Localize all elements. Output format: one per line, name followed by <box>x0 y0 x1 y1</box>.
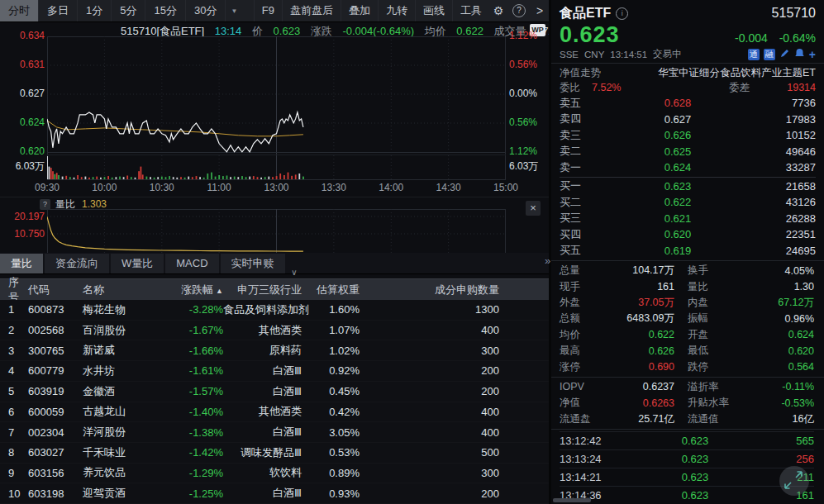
stat-label: 总量 <box>560 264 607 278</box>
ask-level-5[interactable]: 卖一0.62433287 <box>560 159 816 176</box>
toolbar-action-f9[interactable]: F9 <box>254 0 282 21</box>
help-icon[interactable]: ? <box>512 4 526 17</box>
bell-icon[interactable] <box>794 48 805 60</box>
quote-statistics: 总量104.17万换手4.05%现手161量比1.30外盘37.05万内盘67.… <box>551 263 824 430</box>
cell-code: 603156 <box>28 467 83 479</box>
y-axis-right-label: 0.56% <box>509 116 549 128</box>
toolbar-tab-duori[interactable]: 多日 <box>39 0 78 21</box>
table-row-603156[interactable]: 9603156养元饮品-1.29%软饮料0.89%300 <box>0 464 549 484</box>
info-icon[interactable]: i <box>616 7 628 20</box>
toolbar-tab-fenshi[interactable]: 分时 <box>0 0 39 21</box>
toolbar-tab-5min[interactable]: 5分 <box>112 0 145 21</box>
stat-label: 量比 <box>688 280 747 294</box>
intraday-chart[interactable]: 0.6340.6310.6270.6240.6201.12%0.56%0.00%… <box>0 21 549 197</box>
cell-wt: 0.45% <box>302 385 360 397</box>
cell-qty: 200 <box>360 385 524 397</box>
add-icon[interactable]: + <box>809 49 816 60</box>
table-row-600873[interactable]: 1600873梅花生物-3.28%食品及饲料添加剂1.60%1300 <box>0 300 549 321</box>
stat-value: 0.624 <box>747 329 814 340</box>
bid-level-1[interactable]: 买一0.62321658 <box>560 178 816 195</box>
y-axis-left-label: 0.634 <box>0 30 45 41</box>
table-row-002568[interactable]: 2002568百润股份-1.67%其他酒类1.07%400 <box>0 321 549 341</box>
level-volume: 33287 <box>750 161 816 174</box>
table-row-300765[interactable]: 3300765新诺威-1.66%原料药1.02%300 <box>0 340 549 361</box>
indicator-tab-realtime-redeem[interactable]: 实时申赎 <box>221 254 285 273</box>
indicator-tab-macd[interactable]: MACD <box>165 254 218 273</box>
tick-row[interactable]: 13:14:210.623211 <box>560 468 814 486</box>
table-header-5[interactable]: 估算权重 <box>302 283 360 297</box>
settings-gear-icon[interactable]: ⚙ <box>489 4 507 17</box>
toolbar-tab-15min[interactable]: 15分 <box>145 0 185 21</box>
pencil-icon[interactable] <box>779 48 790 60</box>
toolbar-actions: F9盘前盘后叠加九转画线工具 ⚙ ? > <box>254 0 549 21</box>
table-row-600059[interactable]: 6600059古越龙山-1.40%其他酒类0.42%400 <box>0 402 549 423</box>
table-header-3[interactable]: 涨跌幅▲ <box>169 283 223 297</box>
table-header-2[interactable]: 名称 <box>83 283 169 297</box>
indicator-tab-fund-flow[interactable]: 资金流向 <box>45 254 109 273</box>
level-label: 买四 <box>560 227 606 242</box>
interval-dropdown-icon[interactable]: ▼ <box>226 7 242 15</box>
hk-connect-badge: 通 <box>748 49 760 60</box>
liangbi-ymid-label: 10.750 <box>0 228 45 240</box>
liangbi-line <box>47 216 303 251</box>
cell-ind: 白酒Ⅲ <box>223 425 302 440</box>
stat-value: 4.05% <box>747 265 814 277</box>
bid-level-3[interactable]: 买三0.62126288 <box>560 211 816 227</box>
toolbar-action-nine-turn[interactable]: 九转 <box>378 0 415 21</box>
nav-row[interactable]: 净值走势 华宝中证细分食品饮料产业主题ET <box>560 65 816 80</box>
stat-value: 1.30 <box>747 281 814 292</box>
cell-qty: 1300 <box>360 303 524 316</box>
ask-level-2[interactable]: 卖四0.62717983 <box>560 112 816 128</box>
weibi-row: 委比 7.52% 委差 19314 <box>560 80 816 95</box>
level-price: 0.627 <box>606 113 750 126</box>
tick-row[interactable]: 13:13:240.623256 <box>560 449 814 468</box>
intraday-chart-canvas[interactable] <box>47 36 506 180</box>
table-row-603198[interactable]: 10603198迎驾贡酒-1.25%白酒Ⅲ0.93%200 <box>0 483 549 504</box>
chevron-right-icon[interactable]: > <box>531 4 549 17</box>
table-row-603919[interactable]: 5603919金徽酒-1.57%白酒Ⅲ0.45%200 <box>0 382 549 402</box>
toolbar-action-overlay[interactable]: 叠加 <box>341 0 378 21</box>
expand-button[interactable] <box>779 466 809 496</box>
toolbar-tab-1min[interactable]: 1分 <box>78 0 112 21</box>
average-price-line <box>47 121 303 136</box>
level-label: 卖二 <box>560 144 606 159</box>
toolbar-tab-30min[interactable]: 30分 <box>186 0 226 21</box>
indicator-tabs: 量比资金流向W量比MACD实时申赎 <box>0 253 549 274</box>
cell-qty: 300 <box>360 467 524 479</box>
bid-level-4[interactable]: 买四0.62022351 <box>560 226 816 243</box>
expand-panel-arrow-icon[interactable]: » <box>545 254 550 267</box>
table-row-002304[interactable]: 7002304洋河股份-1.38%白酒Ⅲ3.05%400 <box>0 422 549 443</box>
y-axis-right-label: 1.12% <box>509 30 549 41</box>
panel-scrollbar-thumb[interactable] <box>553 498 591 502</box>
cell-name: 古越龙山 <box>83 404 169 419</box>
table-row-600779[interactable]: 4600779水井坊-1.61%白酒Ⅲ0.92%200 <box>0 361 549 382</box>
volume-max-label-right: 6.03万 <box>509 160 549 172</box>
quote-title-row: 食品ETF i 515710 <box>560 4 816 22</box>
indicator-tab-liangbi[interactable]: 量比 <box>0 254 43 273</box>
table-header-6[interactable]: 成分申购数量 <box>360 283 524 297</box>
cell-chg: -1.40% <box>169 406 223 418</box>
close-icon[interactable]: × <box>526 201 541 216</box>
tick-row[interactable]: 13:12:420.623565 <box>560 431 814 449</box>
bid-level-2[interactable]: 买二0.62243126 <box>560 194 816 211</box>
x-axis-label: 13:30 <box>316 182 352 193</box>
indicator-tab-w-liangbi[interactable]: W量比 <box>111 254 164 273</box>
ask-level-1[interactable]: 卖五0.6287736 <box>560 95 816 112</box>
liangbi-subchart[interactable]: ? 量比 1.303 20.197 10.750 × <box>0 197 549 254</box>
toolbar-action-draw-line[interactable]: 画线 <box>415 0 452 21</box>
tick-row[interactable]: 13:14:360.623161 <box>560 486 814 504</box>
toolbar-action-tools[interactable]: 工具 <box>452 0 489 21</box>
table-header-4[interactable]: 申万三级行业 <box>223 283 302 297</box>
pane-divider[interactable]: » <box>549 0 551 504</box>
table-row-603027[interactable]: 8603027千禾味业-1.42%调味发酵品Ⅲ0.53%500 <box>0 443 549 464</box>
ask-level-3[interactable]: 卖三0.62610152 <box>560 127 816 144</box>
liangbi-help-icon[interactable]: ? <box>40 199 50 210</box>
level-volume: 10152 <box>750 129 816 141</box>
collapse-chevron-icon[interactable]: ∨ <box>278 269 311 278</box>
bid-level-5[interactable]: 买五0.61924695 <box>560 243 816 259</box>
liangbi-canvas[interactable] <box>47 209 506 254</box>
toolbar-action-pre-post[interactable]: 盘前盘后 <box>282 0 341 21</box>
table-header-1[interactable]: 代码 <box>28 283 83 297</box>
ask-level-4[interactable]: 卖二0.62549646 <box>560 144 816 160</box>
cell-ind: 白酒Ⅲ <box>223 384 302 399</box>
